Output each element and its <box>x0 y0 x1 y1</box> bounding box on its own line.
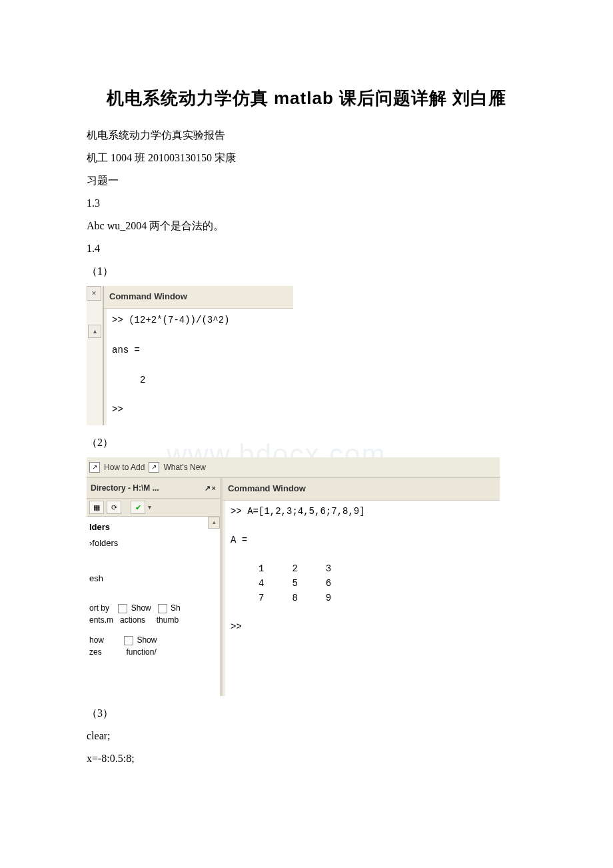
directory-panel: Directory - H:\M ... ↗ × ▦ ⟳ ✔ ▾ <box>87 478 223 696</box>
how-to-add-label[interactable]: How to Add <box>104 459 145 475</box>
check-icon[interactable]: ✔ <box>131 501 145 514</box>
line-clear: clear; <box>87 725 526 747</box>
line-1-4: 1.4 <box>87 238 526 259</box>
folder-row[interactable]: ›folders <box>88 535 219 552</box>
option-row: ort by Show Sh <box>88 602 219 614</box>
option-row: how Show <box>88 634 219 646</box>
directory-title-bar: Directory - H:\M ... ↗ × <box>87 478 220 499</box>
matlab-screenshot-2: ↗ How to Add ↗ What's New Directory - H:… <box>87 457 500 696</box>
folder-row[interactable]: lders <box>88 519 219 536</box>
line-sub-2: （2） <box>87 432 526 453</box>
line-1-3: 1.3 <box>87 193 526 214</box>
line-exercise-set: 习题一 <box>87 170 526 191</box>
line-report: 机电系统动力学仿真实验报告 <box>87 125 526 146</box>
close-icon[interactable]: × <box>87 286 101 301</box>
refresh-icon[interactable]: ⟳ <box>107 501 121 514</box>
option-row: ents.m actions thumb <box>88 614 219 626</box>
directory-title-text: Directory - H:\M ... <box>91 480 159 496</box>
directory-listing[interactable]: ▴ lders ›folders esh ort by Show Sh <box>87 517 220 695</box>
top-toolbar: ↗ How to Add ↗ What's New <box>87 457 500 478</box>
directory-toolbar: ▦ ⟳ ✔ ▾ <box>87 499 220 517</box>
close-icon[interactable]: × <box>212 481 216 495</box>
scroll-up-icon[interactable]: ▴ <box>88 325 101 338</box>
page-title: 机电系统动力学仿真 matlab 课后问题详解 刘白雁 <box>87 87 526 110</box>
line-sub-1: （1） <box>87 261 526 282</box>
folder-row[interactable]: esh <box>88 571 219 587</box>
line-x-range: x=-8:0.5:8; <box>87 748 526 769</box>
command-window-title: Command Window <box>223 478 500 501</box>
shortcut-icon: ↗ <box>149 462 159 473</box>
dropdown-arrow-icon[interactable]: ▾ <box>148 501 151 514</box>
shortcut-icon: ↗ <box>89 462 100 473</box>
option-row: zes function/ <box>88 646 219 658</box>
command-window-output[interactable]: >> (12+2*(7-4))/(3^2) ans = 2 >> <box>104 309 293 425</box>
checkbox[interactable] <box>118 604 127 613</box>
line-class: 机工 1004 班 201003130150 宋康 <box>87 147 526 169</box>
command-window-title: Command Window <box>104 286 293 309</box>
whats-new-label[interactable]: What's New <box>163 459 206 475</box>
command-window-output[interactable]: >> A=[1,2,3;4,5,6;7,8,9] A = 1 2 3 4 5 6… <box>223 501 500 696</box>
checkbox[interactable] <box>158 604 167 613</box>
line-abc: Abc wu_2004 两个是合法的。 <box>87 215 526 237</box>
pin-icon[interactable]: ↗ <box>205 481 211 495</box>
line-sub-3: （3） <box>87 703 526 724</box>
matlab-screenshot-1: × ▴ Command Window >> (12+2*(7-4))/(3^2)… <box>87 286 293 425</box>
body-text: 机电系统动力学仿真实验报告 机工 1004 班 201003130150 宋康 … <box>87 125 526 769</box>
checkbox[interactable] <box>124 636 133 645</box>
scroll-up-icon[interactable]: ▴ <box>208 517 220 529</box>
folder-icon[interactable]: ▦ <box>89 501 104 514</box>
